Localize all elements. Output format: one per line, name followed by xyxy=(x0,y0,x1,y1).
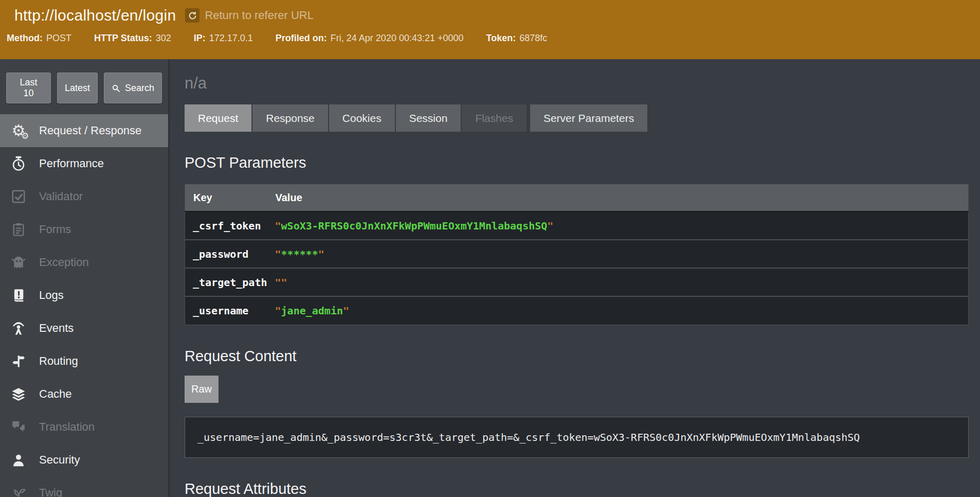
route-title: n/a xyxy=(185,74,969,93)
sidebar-item-validator[interactable]: Validator xyxy=(0,180,168,213)
tab-server-parameters[interactable]: Server Parameters xyxy=(530,104,647,132)
request-url: http://localhost/en/login xyxy=(14,7,176,24)
profiler-sidebar: Last 10 Latest Search ⚙⚙ Request / Respo… xyxy=(0,59,170,497)
request-attributes-heading: Request Attributes xyxy=(185,481,969,497)
request-meta-row: Method:POST HTTP Status:302 IP:172.17.0.… xyxy=(0,33,980,44)
column-header-key: Key xyxy=(185,184,267,211)
param-value: "wSoX3-RFRS0c0JnXnXFkWpPWmuEOxmY1Mnlabaq… xyxy=(267,211,969,240)
table-row: _target_path "" xyxy=(185,268,969,296)
param-key: _username xyxy=(185,296,267,325)
clipboard-icon xyxy=(9,222,28,237)
param-value: "" xyxy=(267,268,969,296)
twig-icon xyxy=(9,485,28,497)
table-row: _password "******" xyxy=(185,240,969,268)
tab-session[interactable]: Session xyxy=(396,104,461,132)
meta-ip: IP:172.17.0.1 xyxy=(194,33,253,44)
sidebar-menu: ⚙⚙ Request / Response Performance Valida… xyxy=(0,114,168,497)
param-key: _password xyxy=(185,240,267,268)
param-value: "jane_admin" xyxy=(267,296,969,325)
ghost-icon xyxy=(9,255,28,270)
tab-flashes: Flashes xyxy=(462,104,527,132)
gears-icon: ⚙⚙ xyxy=(9,123,28,138)
tab-response[interactable]: Response xyxy=(252,104,328,132)
referer-link[interactable]: Return to referer URL xyxy=(185,8,314,23)
translation-icon xyxy=(9,419,28,435)
sidebar-item-security[interactable]: Security xyxy=(0,443,168,476)
raw-toggle-button[interactable]: Raw xyxy=(185,376,219,403)
profiler-header: http://localhost/en/login Return to refe… xyxy=(0,0,980,59)
table-header-row: Key Value xyxy=(185,184,969,211)
meta-profiled-on: Profiled on:Fri, 24 Apr 2020 00:43:21 +0… xyxy=(276,33,464,44)
latest-button[interactable]: Latest xyxy=(57,73,98,103)
post-parameters-heading: POST Parameters xyxy=(185,154,969,171)
sidebar-toolbar: Last 10 Latest Search xyxy=(0,59,168,114)
broadcast-icon xyxy=(9,321,28,336)
sidebar-item-forms[interactable]: Forms xyxy=(0,213,168,246)
checkbox-icon xyxy=(9,189,28,204)
last-10-button[interactable]: Last 10 xyxy=(6,73,51,103)
param-value: "******" xyxy=(267,240,969,268)
sidebar-item-exception[interactable]: Exception xyxy=(0,246,168,279)
stopwatch-icon xyxy=(9,156,28,171)
sidebar-item-routing[interactable]: Routing xyxy=(0,345,168,378)
raw-request-content: _username=jane_admin&_password=s3cr3t&_t… xyxy=(185,417,969,458)
column-header-value: Value xyxy=(267,184,969,211)
meta-method: Method:POST xyxy=(7,33,71,44)
meta-token: Token:6878fc xyxy=(486,33,548,44)
url-row: http://localhost/en/login Return to refe… xyxy=(0,7,980,24)
request-tabs: Request Response Cookies Session Flashes… xyxy=(185,104,969,132)
request-content-heading: Request Content xyxy=(185,348,969,365)
search-button[interactable]: Search xyxy=(104,73,162,103)
search-icon xyxy=(112,84,120,93)
table-row: _csrf_token "wSoX3-RFRS0c0JnXnXFkWpPWmuE… xyxy=(185,211,969,240)
sidebar-item-performance[interactable]: Performance xyxy=(0,147,168,180)
log-book-icon xyxy=(9,288,28,303)
referer-label: Return to referer URL xyxy=(205,9,314,22)
profiler-main-panel: n/a Request Response Cookies Session Fla… xyxy=(171,59,980,497)
signpost-icon xyxy=(9,353,28,369)
sidebar-item-cache[interactable]: Cache xyxy=(0,378,168,411)
param-key: _csrf_token xyxy=(185,211,267,240)
param-key: _target_path xyxy=(185,268,267,296)
layers-icon xyxy=(9,386,28,402)
sidebar-item-request-response[interactable]: ⚙⚙ Request / Response xyxy=(0,114,168,147)
refresh-icon xyxy=(185,8,199,23)
sidebar-item-translation[interactable]: Translation xyxy=(0,411,168,443)
meta-http-status: HTTP Status:302 xyxy=(94,33,171,44)
tab-request[interactable]: Request xyxy=(185,104,251,132)
tab-cookies[interactable]: Cookies xyxy=(329,104,395,132)
table-row: _username "jane_admin" xyxy=(185,296,969,325)
person-icon xyxy=(9,452,28,468)
sidebar-item-logs[interactable]: Logs xyxy=(0,279,168,312)
sidebar-item-twig[interactable]: Twig xyxy=(0,476,168,497)
post-parameters-table: Key Value _csrf_token "wSoX3-RFRS0c0JnXn… xyxy=(185,184,969,325)
sidebar-item-events[interactable]: Events xyxy=(0,312,168,345)
